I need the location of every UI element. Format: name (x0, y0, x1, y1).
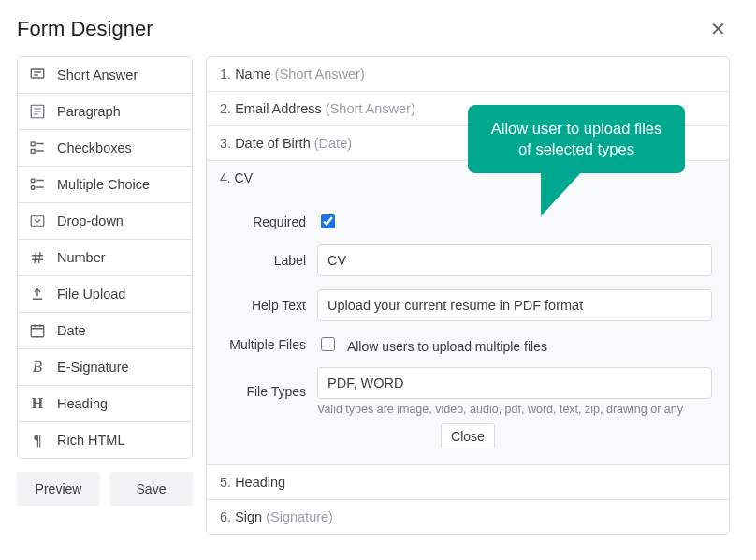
preview-button[interactable]: Preview (17, 472, 100, 506)
form-item-sign[interactable]: 6. Sign (Signature) (207, 500, 729, 534)
field-type-label: Heading (57, 396, 108, 411)
required-checkbox[interactable] (321, 214, 335, 228)
rich-html-icon: ¶ (29, 432, 46, 449)
upload-icon (29, 286, 46, 302)
svg-point-11 (31, 179, 35, 183)
close-editor-button[interactable]: Close (441, 423, 495, 449)
item-type: (Date) (314, 136, 352, 151)
heading-icon: H (29, 395, 46, 412)
number-icon (29, 249, 46, 266)
short-answer-icon (29, 66, 46, 83)
callout-bubble: Allow user to upload files of selected t… (468, 105, 685, 173)
item-name: Email Address (235, 101, 322, 116)
field-type-label: Short Answer (57, 67, 138, 82)
filetypes-input[interactable] (317, 367, 712, 399)
date-icon (29, 322, 46, 339)
field-type-date[interactable]: Date (18, 313, 192, 349)
svg-rect-15 (31, 216, 44, 227)
helptext-input[interactable] (317, 289, 712, 321)
svg-rect-8 (31, 150, 35, 154)
item-number: 3. (220, 136, 231, 151)
field-type-label: Rich HTML (57, 433, 125, 448)
filetypes-hint: Valid types are image, video, audio, pdf… (317, 403, 712, 416)
multiple-choice-icon (29, 176, 46, 193)
item-number: 6. (220, 509, 231, 524)
svg-line-18 (35, 252, 36, 263)
label-input[interactable] (317, 244, 712, 276)
form-item-heading[interactable]: 5. Heading (207, 465, 729, 500)
svg-rect-21 (31, 326, 44, 337)
signature-icon: B (29, 359, 46, 376)
field-type-label: Checkboxes (57, 140, 132, 155)
field-type-label: Number (57, 250, 106, 265)
field-type-label: Date (57, 323, 86, 338)
multiplefiles-label: Multiple Files (224, 337, 317, 352)
field-type-dropdown[interactable]: Drop-down (18, 203, 192, 240)
svg-point-12 (31, 186, 35, 190)
item-name: Heading (235, 475, 285, 490)
item-number: 2. (220, 101, 231, 116)
field-type-paragraph[interactable]: Paragraph (18, 94, 192, 130)
required-label: Required (224, 214, 317, 229)
field-type-multiple-choice[interactable]: Multiple Choice (18, 167, 192, 203)
item-number: 1. (220, 66, 231, 81)
dialog-title: Form Designer (17, 17, 153, 41)
item-name: Sign (235, 509, 262, 524)
field-type-rich-html[interactable]: ¶ Rich HTML (18, 422, 192, 458)
field-type-label: E-Signature (57, 360, 129, 375)
field-type-short-answer[interactable]: Short Answer (18, 57, 192, 94)
form-item-cv-expanded: 4. CV Required Label (207, 161, 729, 465)
multiplefiles-inline-label: Allow users to upload multiple files (347, 339, 547, 354)
save-button[interactable]: Save (109, 472, 193, 506)
item-name: CV (235, 170, 253, 185)
callout-text: Allow user to upload files of selected t… (491, 120, 662, 157)
checkboxes-icon (29, 140, 46, 156)
field-type-number[interactable]: Number (18, 240, 192, 276)
field-type-label: Drop-down (57, 214, 124, 228)
item-name: Date of Birth (235, 136, 311, 151)
item-type: (Short Answer) (275, 66, 365, 81)
filetypes-label: File Types (224, 384, 317, 399)
field-type-heading[interactable]: H Heading (18, 386, 192, 422)
item-type: (Signature) (266, 509, 333, 524)
paragraph-icon (29, 103, 46, 120)
svg-line-19 (39, 252, 41, 263)
item-type: (Short Answer) (326, 101, 415, 116)
form-item-name[interactable]: 1. Name (Short Answer) (207, 57, 729, 92)
svg-rect-0 (31, 69, 44, 78)
field-type-label: Multiple Choice (57, 177, 150, 192)
item-number: 5. (220, 475, 231, 490)
field-type-palette: Short Answer Paragraph Checkboxes (17, 56, 193, 535)
svg-rect-7 (31, 142, 35, 146)
field-type-esignature[interactable]: B E-Signature (18, 349, 192, 386)
close-icon[interactable]: ✕ (706, 18, 730, 40)
helptext-label: Help Text (224, 298, 317, 313)
field-type-checkboxes[interactable]: Checkboxes (18, 130, 192, 167)
multiplefiles-checkbox[interactable] (321, 337, 335, 351)
label-label: Label (224, 253, 317, 268)
item-name: Name (235, 66, 271, 81)
field-type-file-upload[interactable]: File Upload (18, 276, 192, 313)
field-type-label: File Upload (57, 287, 125, 302)
dropdown-icon (29, 213, 46, 229)
callout-tail-icon (541, 169, 584, 216)
field-type-label: Paragraph (57, 104, 121, 119)
item-number: 4. (220, 170, 231, 185)
